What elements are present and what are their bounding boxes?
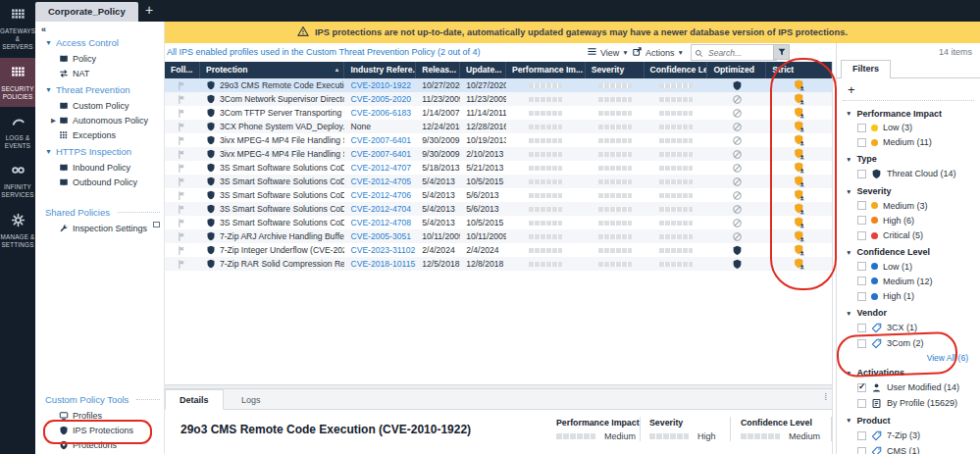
filter-option-3com-2-[interactable]: 3Com (2) bbox=[843, 335, 974, 351]
filter-option-high-1-[interactable]: High (1) bbox=[843, 289, 974, 304]
follow-cell[interactable] bbox=[165, 120, 200, 133]
filter-option-3cx-1-[interactable]: 3CX (1) bbox=[843, 320, 974, 335]
filter-checkbox[interactable] bbox=[857, 292, 866, 301]
table-row[interactable]: 3Com TFTP Server Transporting Mode R...C… bbox=[165, 106, 832, 120]
filter-checkbox[interactable] bbox=[857, 231, 866, 240]
add-filter-button[interactable]: + bbox=[843, 81, 974, 101]
filter-checkbox[interactable] bbox=[857, 262, 866, 271]
nav-item-autonomous-policy[interactable]: ▶Autonomous Policy bbox=[35, 113, 160, 127]
filter-checkbox[interactable] bbox=[857, 399, 866, 408]
column-header-releas-[interactable]: Releas... bbox=[416, 62, 460, 78]
filter-option-threat-cloud-14-[interactable]: Threat Cloud (14) bbox=[843, 166, 974, 181]
column-header-performance-im-[interactable]: Performance Im... bbox=[506, 62, 586, 78]
filter-checkbox[interactable] bbox=[857, 170, 866, 178]
rail-item-manage-settings[interactable]: MANAGE & SETTINGS bbox=[0, 206, 35, 255]
filter-checkbox[interactable] bbox=[857, 216, 866, 225]
table-row[interactable]: 3S Smart Software Solutions CoDeSys G...… bbox=[165, 202, 832, 216]
table-row[interactable]: 3S Smart Software Solutions CoDeSys G...… bbox=[165, 161, 832, 175]
nav-section-title[interactable]: Shared Policies bbox=[35, 203, 160, 221]
filter-group-header[interactable]: ▼Vendor bbox=[843, 304, 974, 321]
cve-link[interactable]: CVE-2007-6401 bbox=[350, 149, 411, 159]
filter-option-cms-1-[interactable]: CMS (1) bbox=[843, 443, 974, 454]
follow-cell[interactable] bbox=[165, 243, 200, 257]
nav-item-profiles[interactable]: Profiles bbox=[35, 408, 160, 423]
filter-option-medium-11-[interactable]: Medium (11) bbox=[843, 135, 974, 150]
filter-group-header[interactable]: ▼Confidence Level bbox=[843, 243, 974, 260]
nav-item-inbound-policy[interactable]: Inbound Policy bbox=[35, 160, 160, 175]
nav-item-protections[interactable]: Protections bbox=[35, 437, 160, 452]
nav-item-custom-policy[interactable]: Custom Policy bbox=[35, 98, 160, 113]
filter-checkbox[interactable] bbox=[857, 138, 866, 147]
cve-link[interactable]: CVE-2023-31102 bbox=[350, 245, 415, 255]
table-row[interactable]: 29o3 CMS Remote Code Execution (CVE...CV… bbox=[165, 78, 832, 92]
column-header-protection[interactable]: Protection▲ bbox=[200, 62, 345, 78]
filter-checkbox[interactable] bbox=[857, 447, 866, 454]
filter-option-user-modified-14-[interactable]: User Modified (14) bbox=[843, 379, 974, 395]
nav-item-inspection-settings[interactable]: Inspection Settings bbox=[35, 221, 160, 235]
cve-link[interactable]: CVE-2007-6401 bbox=[350, 135, 411, 145]
filter-option-high-6-[interactable]: High (6) bbox=[843, 213, 974, 227]
cve-link[interactable]: CVE-2005-2020 bbox=[350, 94, 411, 104]
panel-more-icon[interactable]: ⁞ bbox=[824, 392, 827, 402]
rail-item-infinity-services[interactable]: INFINITY SERVICES bbox=[0, 156, 35, 205]
filter-checkbox[interactable] bbox=[857, 339, 866, 348]
follow-cell[interactable] bbox=[165, 106, 200, 120]
filter-checkbox[interactable] bbox=[857, 383, 866, 392]
filter-group-header[interactable]: ▼Performance Impact bbox=[843, 104, 974, 121]
rail-item-logs-events[interactable]: LOGS & EVENTS bbox=[0, 107, 35, 156]
table-row[interactable]: 3S Smart Software Solutions CoDeSys G...… bbox=[165, 175, 832, 188]
table-row[interactable]: 3CX Phone System VAD_Deploy.aspx Ar...No… bbox=[165, 120, 832, 133]
filter-option-low-3-[interactable]: Low (3) bbox=[843, 121, 974, 135]
follow-cell[interactable] bbox=[165, 202, 200, 216]
filter-option-low-1-[interactable]: Low (1) bbox=[843, 259, 974, 274]
tab-corporate-policy[interactable]: Corporate_Policy bbox=[35, 2, 138, 22]
nav-section-title[interactable]: ▼Threat Prevention bbox=[35, 80, 160, 98]
nav-item-ips-protections[interactable]: IPS Protections bbox=[35, 423, 160, 437]
table-row[interactable]: 3S Smart Software Solutions CoDeSys G...… bbox=[165, 188, 832, 202]
cve-link[interactable]: CVE-2006-6183 bbox=[350, 108, 411, 118]
nav-section-title[interactable]: Custom Policy Tools bbox=[35, 390, 160, 408]
nav-item-nat[interactable]: NAT bbox=[35, 66, 160, 80]
column-header-confidence-le-[interactable]: Confidence Le... bbox=[645, 62, 708, 78]
follow-cell[interactable] bbox=[165, 161, 200, 175]
column-header-industry-refere-[interactable]: Industry Refere... bbox=[344, 62, 416, 78]
follow-cell[interactable] bbox=[165, 133, 200, 147]
column-header-strict[interactable]: Strict bbox=[766, 62, 832, 78]
filter-group-header[interactable]: ▼Product bbox=[843, 411, 974, 428]
filter-checkbox[interactable] bbox=[857, 324, 866, 332]
filter-option-critical-5-[interactable]: Critical (5) bbox=[843, 227, 974, 242]
table-row[interactable]: 7-Zip Integer Underflow (CVE-2023-311...… bbox=[165, 243, 832, 257]
filter-option-by-profile-15629-[interactable]: By Profile (15629) bbox=[843, 395, 974, 411]
cve-link[interactable]: CVE-2010-1922 bbox=[350, 80, 411, 90]
view-button[interactable]: View ▼ bbox=[587, 44, 629, 61]
table-row[interactable]: 7-Zip RAR Solid Compression Remote C...C… bbox=[165, 257, 832, 271]
follow-cell[interactable] bbox=[165, 92, 200, 106]
filter-checkbox[interactable] bbox=[857, 431, 866, 440]
nav-section-title[interactable]: ▼HTTPS Inspection bbox=[35, 142, 160, 160]
column-header-foll-[interactable]: Foll... bbox=[165, 62, 200, 78]
cve-link[interactable]: CVE-2012-4707 bbox=[350, 163, 411, 173]
filter-group-header[interactable]: ▼Activations bbox=[843, 364, 974, 380]
table-row[interactable]: 7-Zip ARJ Archive Handling Buffer Overf.… bbox=[165, 229, 832, 243]
follow-cell[interactable] bbox=[165, 257, 200, 271]
filter-checkbox[interactable] bbox=[857, 277, 866, 285]
search-input[interactable] bbox=[706, 47, 769, 59]
filter-group-header[interactable]: ▼Type bbox=[843, 150, 974, 167]
actions-button[interactable]: Actions ▼ bbox=[632, 44, 684, 61]
column-header-optimized[interactable]: Optimized bbox=[707, 62, 766, 78]
nav-item-outbound-policy[interactable]: Outbound Policy bbox=[35, 175, 160, 189]
table-row[interactable]: 3Com Network Supervisor Directory Tra...… bbox=[165, 92, 832, 106]
filter-group-header[interactable]: ▼Severity bbox=[843, 182, 974, 199]
follow-cell[interactable] bbox=[165, 216, 200, 229]
follow-cell[interactable] bbox=[165, 147, 200, 161]
new-tab-button[interactable]: + bbox=[139, 0, 159, 22]
cve-link[interactable]: CVE-2012-4705 bbox=[350, 177, 411, 186]
view-all-link[interactable]: View All (6) bbox=[843, 352, 974, 364]
cve-link[interactable]: CVE-2012-4704 bbox=[350, 204, 411, 214]
filter-checkbox[interactable] bbox=[857, 124, 866, 132]
cve-link[interactable]: CVE-2005-3051 bbox=[350, 231, 411, 241]
nav-section-title[interactable]: ▼Access Control bbox=[35, 33, 160, 51]
tab-details[interactable]: Details bbox=[165, 389, 224, 410]
tab-filters[interactable]: Filters bbox=[841, 60, 891, 78]
column-header-update-[interactable]: Update... bbox=[460, 62, 506, 78]
